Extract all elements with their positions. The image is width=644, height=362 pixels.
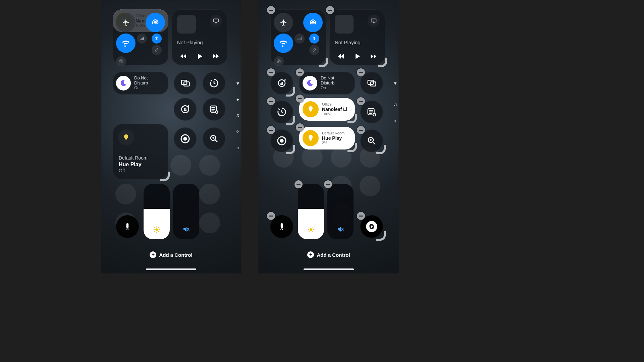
brightness-slider[interactable] (298, 184, 324, 239)
airdrop-toggle[interactable] (146, 13, 165, 32)
airplane-icon (279, 18, 288, 27)
volume-slider[interactable] (173, 184, 199, 239)
quick-note-button[interactable] (203, 98, 225, 121)
link-icon (154, 47, 159, 53)
hue-play-tile[interactable]: Default Room Hue Play Off (113, 124, 168, 180)
remove-badge[interactable] (357, 212, 365, 220)
wifi-toggle[interactable] (274, 34, 293, 53)
resize-handle[interactable] (377, 145, 386, 155)
resize-handle[interactable] (161, 172, 170, 182)
screenshot-left: Not Playing Do Not Disturb On Office Nan… (101, 0, 241, 274)
connectivity-tile[interactable] (113, 9, 168, 65)
resize-handle[interactable] (286, 145, 296, 155)
play-icon (353, 52, 361, 60)
quick-note-icon (209, 104, 219, 114)
resize-handle[interactable] (286, 88, 296, 97)
flashlight-icon (277, 222, 286, 231)
sun-icon (153, 226, 160, 233)
orientation-lock-button[interactable] (174, 98, 197, 121)
airdrop-icon (151, 18, 160, 27)
volume-slider[interactable] (327, 184, 354, 239)
wifi-toggle[interactable] (116, 34, 136, 53)
screen-mirroring-button[interactable] (174, 72, 197, 95)
connectivity-tile[interactable] (270, 9, 326, 65)
cellular-bars-icon (139, 36, 145, 41)
cellular-bars-icon (297, 36, 302, 41)
focus-tile[interactable]: Do Not Disturb On (299, 72, 355, 95)
remove-badge[interactable] (296, 95, 304, 103)
screen-record-button[interactable] (174, 127, 197, 150)
now-playing-status: Not Playing (177, 40, 203, 45)
home-indicator[interactable] (304, 268, 354, 270)
sun-icon (307, 226, 315, 233)
speaker-mute-icon (336, 225, 344, 233)
album-art-placeholder (177, 15, 196, 34)
speaker-mute-icon (182, 225, 190, 233)
remove-badge[interactable] (267, 97, 275, 105)
play-button[interactable] (196, 52, 204, 60)
timer-button[interactable] (203, 72, 225, 95)
add-control-button[interactable]: + Add a Control (258, 251, 399, 258)
next-button[interactable] (212, 52, 220, 60)
bluetooth-icon (312, 36, 317, 41)
dnd-icon-circle (116, 76, 131, 90)
airplane-mode-toggle[interactable] (274, 13, 293, 32)
personal-hotspot-toggle[interactable] (309, 45, 319, 55)
wifi-icon (121, 38, 131, 48)
satellite-toggle[interactable] (274, 56, 284, 66)
resize-handle[interactable] (348, 115, 358, 124)
plus-circle-icon: + (307, 251, 314, 258)
remove-badge[interactable] (267, 126, 275, 134)
previous-button[interactable] (337, 52, 345, 60)
previous-icon (179, 52, 187, 60)
nanoleaf-tile[interactable]: Office Nanoleaf Li 100% (299, 98, 355, 121)
remove-badge[interactable] (357, 97, 365, 105)
remove-badge[interactable] (267, 68, 275, 76)
resize-handle[interactable] (286, 117, 296, 126)
resize-handle[interactable] (319, 58, 329, 68)
page-indicator[interactable]: ♥ ♫ ⟡ (394, 80, 397, 124)
bluetooth-toggle[interactable] (309, 34, 319, 44)
hue-play-tile[interactable]: Default Room Hue Play 2% (299, 127, 355, 149)
remove-badge[interactable] (357, 126, 365, 134)
brightness-slider[interactable] (144, 184, 170, 239)
previous-button[interactable] (179, 52, 187, 60)
remove-badge[interactable] (357, 68, 365, 76)
airplane-mode-toggle[interactable] (116, 13, 136, 32)
heart-icon: ♥ (236, 80, 239, 86)
airdrop-icon (308, 18, 318, 27)
record-icon (180, 133, 191, 144)
remove-badge[interactable] (294, 180, 303, 188)
airplay-button[interactable] (210, 15, 222, 27)
cellular-toggle[interactable] (294, 34, 305, 44)
now-playing-tile[interactable]: Not Playing (329, 9, 385, 65)
remove-badge[interactable] (267, 212, 275, 220)
home-indicator[interactable] (146, 268, 196, 270)
remove-badge[interactable] (326, 6, 334, 14)
dot-icon: ● (236, 97, 239, 102)
remove-badge[interactable] (267, 6, 275, 14)
bluetooth-toggle[interactable] (152, 34, 162, 44)
link-icon (312, 47, 317, 53)
now-playing-tile[interactable]: Not Playing (172, 9, 227, 65)
airplay-button[interactable] (368, 15, 380, 27)
next-button[interactable] (369, 52, 377, 60)
remove-badge[interactable] (296, 68, 304, 76)
satellite-toggle[interactable] (116, 56, 126, 66)
page-indicator[interactable]: ♥ ● ♫ ⟡ ○ (236, 80, 240, 150)
flashlight-button[interactable] (116, 215, 139, 238)
airplane-icon (121, 18, 130, 27)
resize-handle[interactable] (348, 143, 358, 153)
cellular-toggle[interactable] (137, 34, 147, 44)
personal-hotspot-toggle[interactable] (152, 45, 162, 55)
resize-handle[interactable] (377, 232, 386, 241)
airdrop-toggle[interactable] (303, 13, 323, 32)
focus-tile[interactable]: Do Not Disturb On (113, 72, 168, 95)
plus-circle-icon: + (150, 251, 156, 258)
magnifier-button[interactable] (203, 127, 225, 150)
add-control-button[interactable]: + Add a Control (101, 251, 241, 258)
remove-badge[interactable] (324, 180, 332, 188)
play-button[interactable] (353, 52, 361, 60)
resize-handle[interactable] (378, 58, 388, 68)
remove-badge[interactable] (296, 123, 304, 131)
